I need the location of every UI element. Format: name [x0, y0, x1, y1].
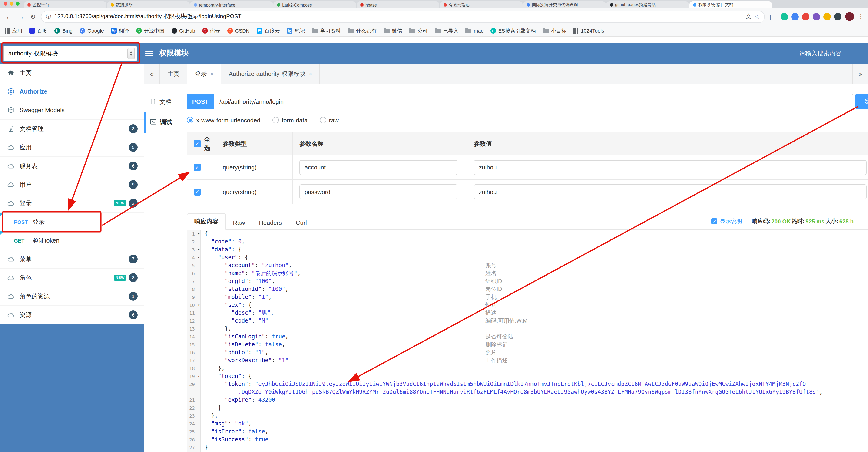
fold-toggle-icon[interactable]: ▾: [197, 246, 200, 254]
browser-tab[interactable]: 有道云笔记: [440, 1, 523, 8]
browser-menu-icon[interactable]: ⋮: [858, 13, 863, 20]
browser-tab[interactable]: 数据服务: [107, 1, 190, 8]
bookmark-item[interactable]: 什么都有: [348, 27, 377, 34]
sidebar-item[interactable]: Swagger Models: [0, 101, 144, 120]
reload-icon[interactable]: ↻: [29, 13, 37, 20]
minimize-window-icon[interactable]: [10, 2, 13, 5]
bookmark-item[interactable]: 公司: [409, 27, 428, 34]
bookmark-item[interactable]: 应用: [5, 27, 22, 34]
response-tab[interactable]: Headers: [252, 216, 289, 230]
back-icon[interactable]: ←: [5, 13, 13, 20]
close-tab-icon[interactable]: ×: [309, 70, 312, 77]
extension-icon[interactable]: [824, 13, 831, 20]
sidebar-item[interactable]: 用户9: [0, 175, 144, 194]
select-spinner-icon[interactable]: [127, 48, 135, 59]
extension-icon[interactable]: [802, 13, 809, 20]
extension-icon[interactable]: [781, 13, 788, 20]
bookmark-item[interactable]: 学习资料: [312, 27, 341, 34]
sidebar-item[interactable]: 角色的资源1: [0, 287, 144, 306]
sidebar-item[interactable]: 服务表6: [0, 157, 144, 175]
page-tab[interactable]: 主页: [160, 64, 187, 84]
extension-icon[interactable]: [791, 13, 799, 20]
sidebar-item[interactable]: 资源6: [0, 306, 144, 324]
sidebar-item[interactable]: 主页: [0, 64, 144, 82]
response-tab[interactable]: Raw: [226, 216, 252, 230]
translate-icon[interactable]: 文: [746, 12, 751, 21]
param-checkbox[interactable]: [194, 164, 201, 171]
bookmark-item[interactable]: C开源中国: [136, 27, 164, 34]
page-tab[interactable]: 登录×: [187, 64, 221, 84]
fold-toggle-icon[interactable]: ▾: [197, 301, 200, 309]
bookmark-item[interactable]: bBing: [54, 28, 72, 33]
profile-avatar[interactable]: [845, 12, 854, 21]
bookmark-item[interactable]: 1024Tools: [574, 28, 604, 33]
close-window-icon[interactable]: [4, 2, 7, 5]
sidebar-item[interactable]: 菜单7: [0, 250, 144, 269]
url-text[interactable]: 127.0.0.1:8760/api/gate/doc.html#/author…: [54, 12, 742, 21]
sidebar-operation-get[interactable]: GET验证token: [0, 231, 144, 250]
select-all-checkbox[interactable]: [194, 140, 201, 147]
radio-icon[interactable]: [320, 117, 326, 123]
collapse-left-icon[interactable]: «: [144, 64, 160, 84]
bookmark-star-icon[interactable]: ☆: [754, 13, 760, 20]
site-info-icon[interactable]: ⓘ: [46, 13, 51, 20]
response-tab[interactable]: Curl: [289, 216, 314, 230]
content-type-option[interactable]: raw: [320, 117, 339, 123]
bookmark-item[interactable]: eES搜索引擎文档: [490, 27, 535, 34]
show-description-checkbox[interactable]: [712, 218, 718, 224]
param-value-input[interactable]: zuihou: [474, 160, 867, 175]
bookmark-item[interactable]: GGoogle: [80, 28, 104, 33]
param-value-input[interactable]: zuihou: [474, 184, 867, 199]
side-panel-icon[interactable]: ▤: [769, 13, 777, 20]
browser-tab[interactable]: temporary-interface: [190, 1, 273, 8]
bookmark-item[interactable]: 记笔记: [287, 27, 305, 34]
param-name-input[interactable]: account: [300, 160, 458, 175]
page-tab[interactable]: Authorize-authority-权限模块×: [221, 64, 320, 84]
param-checkbox[interactable]: [194, 188, 201, 195]
extension-icon[interactable]: [813, 13, 820, 20]
browser-tab[interactable]: hbase: [356, 1, 439, 8]
content-type-option[interactable]: form-data: [273, 117, 308, 123]
request-url-input[interactable]: /api/authority/anno/login: [214, 93, 853, 109]
forward-icon[interactable]: →: [17, 13, 25, 20]
bookmark-item[interactable]: 百百度: [29, 27, 48, 34]
sidebar-item[interactable]: 应用5: [0, 138, 144, 157]
module-select[interactable]: authority-权限模块: [3, 46, 137, 61]
bookmark-item[interactable]: mac: [465, 28, 484, 33]
bookmark-item[interactable]: 微信: [383, 27, 402, 34]
close-tab-icon[interactable]: ×: [210, 70, 213, 77]
radio-icon[interactable]: [273, 117, 279, 123]
browser-tab[interactable]: 国际疾病分类与代码查询: [523, 1, 606, 8]
browser-tab[interactable]: Lark2-Compose: [273, 1, 356, 8]
mini-tab-文档[interactable]: 文档: [144, 92, 181, 112]
bookmark-item[interactable]: 小目标: [543, 27, 566, 34]
fold-toggle-icon[interactable]: ▾: [197, 254, 200, 262]
bookmark-item[interactable]: CCSDN: [227, 28, 250, 33]
content-type-option[interactable]: x-www-form-urlencoded: [187, 117, 260, 123]
sidebar-item[interactable]: 角色NEW8: [0, 269, 144, 287]
response-tab[interactable]: 响应内容: [187, 213, 226, 230]
bookmark-item[interactable]: 云百度云: [257, 27, 280, 34]
search-input[interactable]: 请输入搜索内容: [799, 49, 841, 57]
sidebar-item[interactable]: 文档管理3: [0, 120, 144, 138]
extension-icon[interactable]: [834, 13, 841, 20]
sidebar-item[interactable]: Authorize: [0, 82, 144, 101]
collapse-right-icon[interactable]: »: [852, 64, 868, 84]
fold-toggle-icon[interactable]: ▾: [197, 230, 200, 238]
browser-tab[interactable]: 监控平台: [24, 1, 106, 8]
bookmark-item[interactable]: G码云: [202, 27, 220, 34]
address-bar[interactable]: ⓘ 127.0.0.1:8760/api/gate/doc.html#/auth…: [41, 10, 765, 23]
fold-toggle-icon[interactable]: ▾: [197, 372, 200, 380]
sidebar-item[interactable]: 登录NEW2: [0, 194, 144, 213]
mini-tab-调试[interactable]: 调试: [144, 112, 181, 133]
browser-tab[interactable]: github pages搭建网站: [606, 1, 689, 8]
zoom-window-icon[interactable]: [16, 2, 20, 5]
bookmark-item[interactable]: GitHub: [171, 28, 195, 33]
browser-tab[interactable]: 权限系统-接口文档: [689, 1, 772, 8]
hamburger-icon[interactable]: [145, 51, 153, 56]
radio-icon[interactable]: [187, 117, 193, 123]
send-button[interactable]: 发送: [856, 93, 868, 109]
fullscreen-icon[interactable]: [860, 219, 865, 224]
sidebar-operation-post[interactable]: POST登录: [0, 213, 144, 231]
bookmark-item[interactable]: 已导入: [435, 27, 458, 34]
